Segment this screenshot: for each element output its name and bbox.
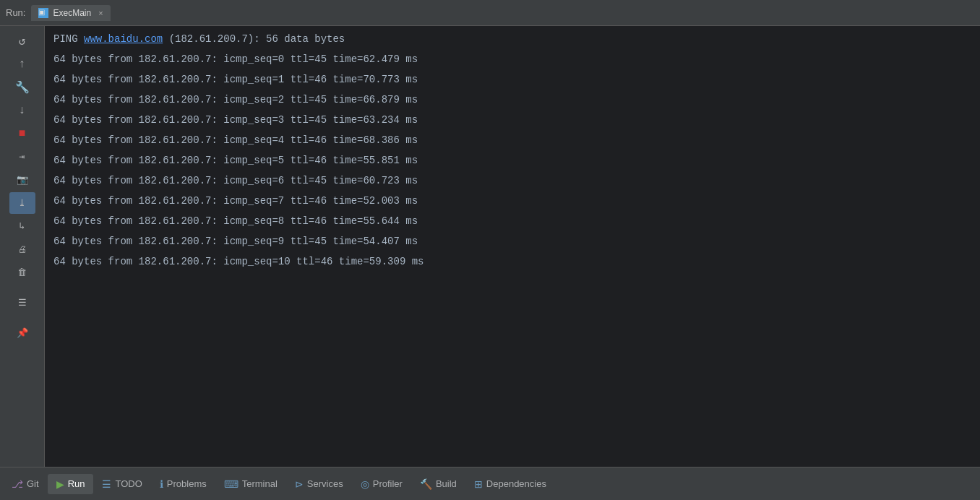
enter-button[interactable]: ↳ (9, 215, 35, 237)
profiler-label: Profiler (373, 478, 403, 489)
tab-icon: ▣ (38, 8, 48, 18)
terminal-button[interactable]: ⌨ Terminal (215, 474, 286, 494)
todo-icon: ☰ (102, 478, 111, 490)
console-line-4: 64 bytes from 182.61.200.7: icmp_seq=4 t… (45, 130, 980, 150)
rerun-button[interactable]: ↺ (9, 30, 35, 52)
dependencies-button[interactable]: ⊞ Dependencies (465, 474, 555, 494)
ping-host-link[interactable]: www.baidu.com (84, 33, 163, 45)
problems-icon: ℹ (160, 478, 163, 490)
git-button[interactable]: ⎇ Git (3, 474, 48, 494)
tab-close-button[interactable]: × (98, 9, 103, 17)
build-button[interactable]: 🔨 Build (411, 474, 465, 494)
main-area: ↺ ↑ 🔧 ↓ ■ ⇥ 📷 ⤓ ↳ 🖨 🗑 ☰ 📌 PING www.baidu… (0, 26, 980, 467)
services-button[interactable]: ⊳ Services (286, 474, 352, 494)
run-button[interactable]: ▶ Run (48, 474, 94, 494)
console-line-9: 64 bytes from 182.61.200.7: icmp_seq=9 t… (45, 231, 980, 251)
console-line-6: 64 bytes from 182.61.200.7: icmp_seq=6 t… (45, 171, 980, 191)
exec-main-tab[interactable]: ▣ ExecMain × (31, 5, 110, 21)
console-line-3: 64 bytes from 182.61.200.7: icmp_seq=3 t… (45, 110, 980, 130)
left-toolbar: ↺ ↑ 🔧 ↓ ■ ⇥ 📷 ⤓ ↳ 🖨 🗑 ☰ 📌 (0, 26, 45, 467)
scroll-end-button[interactable]: ⇥ (9, 146, 35, 168)
run-icon: ▶ (56, 478, 64, 490)
todo-button[interactable]: ☰ TODO (93, 474, 150, 494)
profiler-button[interactable]: ◎ Profiler (352, 474, 411, 494)
console-line-0: 64 bytes from 182.61.200.7: icmp_seq=0 t… (45, 49, 980, 69)
profiler-icon: ◎ (361, 478, 369, 490)
ping-suffix: (182.61.200.7): 56 data bytes (163, 33, 345, 45)
console-line-2: 64 bytes from 182.61.200.7: icmp_seq=2 t… (45, 90, 980, 110)
problems-label: Problems (167, 478, 207, 489)
todo-label: TODO (115, 478, 142, 489)
layout-button[interactable]: ☰ (9, 292, 35, 314)
services-icon: ⊳ (295, 478, 304, 490)
console-header-line: PING www.baidu.com (182.61.200.7): 56 da… (45, 29, 980, 49)
problems-button[interactable]: ℹ Problems (151, 474, 215, 494)
console-line-8: 64 bytes from 182.61.200.7: icmp_seq=8 t… (45, 211, 980, 231)
stop-button[interactable]: ■ (9, 123, 35, 145)
build-icon: 🔨 (420, 478, 432, 490)
settings-button[interactable]: 🔧 (9, 77, 35, 98)
scroll-down-button[interactable]: ↓ (9, 100, 35, 121)
tab-label: ExecMain (53, 8, 91, 18)
dependencies-label: Dependencies (486, 478, 546, 489)
print-button[interactable]: 🖨 (9, 238, 35, 260)
top-bar: Run: ▣ ExecMain × (0, 0, 980, 26)
scroll-up-button[interactable]: ↑ (9, 53, 35, 75)
terminal-label: Terminal (242, 478, 278, 489)
console-line-7: 64 bytes from 182.61.200.7: icmp_seq=7 t… (45, 191, 980, 211)
bottom-toolbar: ⎇ Git ▶ Run ☰ TODO ℹ Problems ⌨ Terminal… (0, 467, 980, 500)
pin-button[interactable]: 📌 (9, 322, 35, 344)
run-label: Run: (6, 7, 25, 18)
dependencies-icon: ⊞ (474, 478, 483, 490)
terminal-icon: ⌨ (224, 478, 238, 490)
screenshot-button[interactable]: 📷 (9, 169, 35, 191)
run-label: Run (68, 478, 85, 489)
clear-button[interactable]: 🗑 (9, 262, 35, 283)
services-label: Services (307, 478, 343, 489)
ping-prefix: PING (53, 33, 84, 45)
git-icon: ⎇ (12, 478, 23, 490)
console-area[interactable]: PING www.baidu.com (182.61.200.7): 56 da… (45, 26, 980, 467)
scroll-bottom-button[interactable]: ⤓ (9, 192, 35, 214)
console-line-1: 64 bytes from 182.61.200.7: icmp_seq=1 t… (45, 69, 980, 90)
console-line-10: 64 bytes from 182.61.200.7: icmp_seq=10 … (45, 251, 980, 272)
console-line-5: 64 bytes from 182.61.200.7: icmp_seq=5 t… (45, 150, 980, 171)
build-label: Build (436, 478, 457, 489)
git-label: Git (27, 478, 39, 489)
